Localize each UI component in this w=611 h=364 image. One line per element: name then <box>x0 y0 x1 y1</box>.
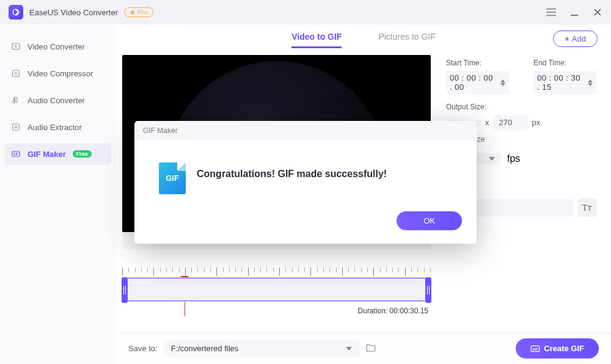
dialog-message: Congratulations! GIF made successfully! <box>197 162 387 180</box>
dialog-title: GIF Maker <box>134 121 477 140</box>
success-dialog: GIF Maker GIF Congratulations! GIF made … <box>134 121 477 244</box>
ok-button[interactable]: OK <box>397 211 462 230</box>
gif-file-icon: GIF <box>159 162 186 194</box>
modal-overlay: GIF Maker GIF Congratulations! GIF made … <box>0 0 611 364</box>
